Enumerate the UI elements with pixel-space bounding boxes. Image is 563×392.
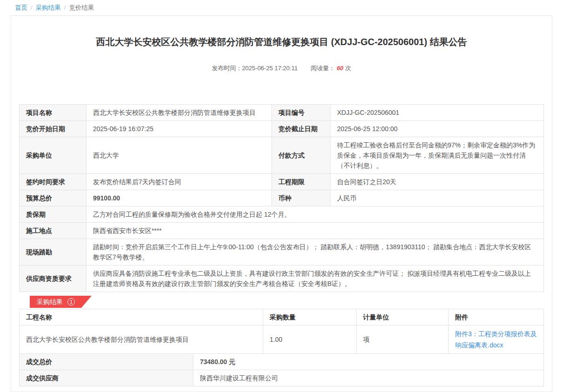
payment-label: 付款方式: [272, 137, 331, 174]
table-header-row: 工程名称 采购数量 计量单位 附件: [20, 309, 544, 326]
currency-value: 人民币: [331, 190, 544, 206]
table-row: 供应商资质要求 供应商应具备消防设施工程专业承包二级及以上资质，具有建设行政主管…: [20, 266, 544, 292]
project-name-value: 西北大学长安校区公共教学楼部分消防管道维修更换项目: [86, 105, 272, 121]
result-project-name: 西北大学长安校区公共教学楼部分消防管道维修更换项目: [20, 326, 263, 354]
payment-value: 待工程竣工验收合格后付至合同金额的97%；剩余审定金额的3%作为质保金，本项目质…: [331, 137, 544, 174]
result-badge: 采购结果1: [30, 296, 92, 308]
duration-label: 工程期限: [272, 174, 331, 190]
location-value: 陕西省西安市长安区****: [86, 223, 544, 239]
deal-summary-table: 成交总价 73480.00 元 成交供应商 陕西华川建设工程有限公司: [19, 353, 544, 386]
breadcrumb-separator: /: [64, 4, 66, 11]
sign-time-value: 发布竞价结果后7天内签订合同: [86, 174, 272, 190]
bid-end-label: 竞价截止日期: [272, 121, 331, 137]
breadcrumb-home-link[interactable]: 首页: [15, 4, 27, 11]
views-label: 阅读量：: [311, 65, 335, 72]
breadcrumb: 首页/采购结果/竞价结果: [0, 0, 563, 12]
col-header-unit: 计量单位: [357, 309, 449, 326]
table-row: 现场踏勘 踏勘时间：竞价开启后第三个工作日上午上午9:00-11:00（包含公告…: [20, 239, 544, 266]
result-section-header: 采购结果1: [30, 296, 552, 308]
breadcrumb-current: 竞价结果: [69, 4, 94, 11]
warranty-label: 质保期: [20, 206, 86, 223]
project-code-label: 项目编号: [272, 105, 331, 121]
qualification-label: 供应商资质要求: [20, 266, 86, 292]
col-header-attachment: 附件: [449, 309, 544, 326]
project-name-label: 项目名称: [20, 105, 86, 121]
table-row: 质保期 乙方对合同工程的质量保修期为验收合格并交付使用之日起 12个月。: [20, 206, 544, 223]
site-visit-value: 踏勘时间：竞价开启后第三个工作日上午上午9:00-11:00（包含公告发布日）；…: [86, 239, 544, 266]
deal-supplier-value: 陕西华川建设工程有限公司: [193, 370, 544, 386]
breadcrumb-separator: /: [31, 4, 33, 11]
warranty-value: 乙方对合同工程的质量保修期为验收合格并交付使用之日起 12个月。: [86, 206, 544, 223]
project-details-table: 项目名称 西北大学长安校区公共教学楼部分消防管道维修更换项目 项目编号 XDJJ…: [19, 104, 544, 292]
attachment-link[interactable]: 附件3：工程类分项报价表及响应偏离表.docx: [455, 330, 537, 349]
currency-label: 币种: [272, 190, 331, 206]
site-visit-label: 现场踏勘: [20, 239, 86, 266]
breadcrumb-purchase-results-link[interactable]: 采购结果: [36, 4, 61, 11]
table-row: 成交供应商 陕西华川建设工程有限公司: [20, 370, 544, 386]
duration-value: 自合同签订之日20天: [331, 174, 544, 190]
page-title: 西北大学长安校区公共教学楼部分消防管道维修更换项目 (XDJJ-GC-20250…: [39, 35, 524, 48]
table-row: 项目名称 西北大学长安校区公共教学楼部分消防管道维修更换项目 项目编号 XDJJ…: [20, 105, 544, 121]
table-row: 预算总价 99100.00 币种 人民币: [20, 190, 544, 206]
bid-start-value: 2025-06-19 16:07:25: [86, 121, 272, 137]
result-unit: 项: [357, 326, 449, 354]
table-row: 签约时间要求 发布竞价结果后7天内签订合同 工程期限 自合同签订之日20天: [20, 174, 544, 190]
purchaser-label: 采购单位: [20, 137, 86, 174]
result-badge-label: 采购结果: [37, 298, 63, 306]
budget-label: 预算总价: [20, 190, 86, 206]
bid-start-label: 竞价开始日期: [20, 121, 86, 137]
table-row: 采购单位 西北大学 付款方式 待工程竣工验收合格后付至合同金额的97%；剩余审定…: [20, 137, 544, 174]
result-quantity: 1.00: [263, 326, 357, 354]
bid-end-value: 2025-06-25 12:00:00: [331, 121, 544, 137]
purchaser-value: 西北大学: [86, 137, 272, 174]
table-row: 竞价开始日期 2025-06-19 16:07:25 竞价截止日期 2025-0…: [20, 121, 544, 137]
views-count: 60: [337, 65, 343, 72]
publish-meta: 发布时间：2025-06-25 17:20:11阅读量：60次: [11, 64, 552, 73]
sign-time-label: 签约时间要求: [20, 174, 86, 190]
publish-time-label: 发布时间：: [212, 65, 242, 72]
announcement-card: 西北大学长安校区公共教学楼部分消防管道维修更换项目 (XDJJ-GC-20250…: [11, 15, 552, 392]
deal-supplier-label: 成交供应商: [20, 370, 193, 386]
table-row: 成交总价 73480.00 元: [20, 354, 544, 370]
result-table: 工程名称 采购数量 计量单位 附件 西北大学长安校区公共教学楼部分消防管道维修更…: [19, 309, 544, 354]
budget-value: 99100.00: [86, 190, 272, 206]
deal-total-value: 73480.00 元: [193, 354, 544, 370]
col-header-project-name: 工程名称: [20, 309, 263, 326]
location-label: 施工地点: [20, 223, 86, 239]
col-header-quantity: 采购数量: [263, 309, 357, 326]
publish-time-value: 2025-06-25 17:20:11: [242, 65, 298, 72]
project-code-value: XDJJ-GC-202506001: [331, 105, 544, 121]
table-row: 施工地点 陕西省西安市长安区****: [20, 223, 544, 239]
result-badge-number: 1: [67, 298, 75, 306]
table-row: 西北大学长安校区公共教学楼部分消防管道维修更换项目 1.00 项 附件3：工程类…: [20, 326, 544, 354]
qualification-value: 供应商应具备消防设施工程专业承包二级及以上资质，具有建设行政主管部门颁发的有效的…: [86, 266, 544, 292]
views-unit: 次: [345, 65, 351, 72]
deal-total-label: 成交总价: [20, 354, 193, 370]
